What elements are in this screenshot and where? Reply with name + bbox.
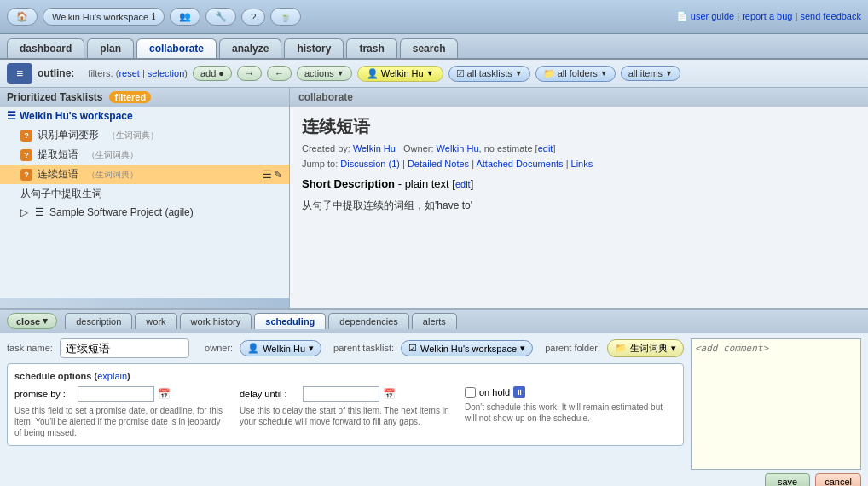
tasklist-icon: ☑ bbox=[456, 68, 465, 79]
home-icon: 🏠 bbox=[16, 11, 28, 22]
schedule-row: promise by : 📅 Use this field to set a p… bbox=[14, 386, 676, 438]
user-guide-link[interactable]: user guide bbox=[691, 11, 734, 21]
workspace-button[interactable]: Welkin Hu's workspace ℹ bbox=[43, 8, 165, 26]
cancel-button[interactable]: cancel bbox=[815, 473, 861, 486]
list-item[interactable]: ▷ ☰ Sample Software Project (agile) bbox=[0, 204, 289, 221]
outdent-button[interactable]: ← bbox=[267, 66, 292, 81]
close-button[interactable]: close ▾ bbox=[7, 313, 57, 329]
delay-until-input[interactable] bbox=[303, 386, 379, 402]
all-folders-button[interactable]: 📁 all folders ▼ bbox=[535, 66, 616, 82]
workspace-label: Welkin Hu's workspace bbox=[52, 12, 148, 22]
horizontal-scrollbar[interactable] bbox=[0, 298, 289, 308]
all-tasklists-button[interactable]: ☑ all tasklists ▼ bbox=[448, 66, 530, 82]
folder-icon: 📁 bbox=[615, 343, 627, 354]
task-name-input[interactable] bbox=[60, 338, 189, 358]
save-button[interactable]: save bbox=[765, 473, 810, 486]
dropdown-icon: ▼ bbox=[515, 69, 523, 78]
task-description: 从句子中提取连续的词组，如'have to' bbox=[302, 195, 856, 217]
indent-icon: → bbox=[245, 68, 254, 78]
profile-button[interactable]: 🍵 bbox=[270, 8, 301, 26]
folder-icon: 📁 bbox=[543, 68, 555, 79]
list-item[interactable]: ? 识别单词变形 （生词词典） bbox=[0, 125, 289, 145]
tab-history[interactable]: history bbox=[284, 38, 344, 58]
parent-folder-selector[interactable]: 📁 生词词典 ▾ bbox=[607, 339, 684, 357]
help-icon: ? bbox=[251, 12, 256, 22]
add-icon: ● bbox=[218, 68, 224, 78]
close-icon: ▾ bbox=[43, 315, 48, 327]
calendar-icon[interactable]: 📅 bbox=[383, 388, 396, 400]
left-panel-header: Prioritized Tasklists filtered bbox=[0, 88, 289, 107]
tab-scheduling[interactable]: scheduling bbox=[254, 313, 326, 329]
tab-dependencies[interactable]: dependencies bbox=[328, 313, 409, 329]
workspace-item[interactable]: ☰ Welkin Hu's workspace bbox=[0, 107, 289, 125]
list-item-selected[interactable]: ? 连续短语 （生词词典） ☰ ✎ bbox=[0, 165, 289, 184]
top-links: 📄 user guide | report a bug | send feedb… bbox=[676, 11, 861, 22]
tab-trash[interactable]: trash bbox=[346, 38, 396, 58]
created-by-label: Created by: bbox=[302, 143, 350, 153]
discussion-link[interactable]: Discussion (1) bbox=[340, 159, 400, 169]
tab-description[interactable]: description bbox=[65, 313, 132, 329]
tab-plan[interactable]: plan bbox=[87, 38, 134, 58]
dropdown-icon: ▼ bbox=[337, 69, 344, 78]
on-hold-checkbox[interactable] bbox=[465, 387, 476, 398]
left-panel-scroll[interactable]: ☰ Welkin Hu's workspace ? 识别单词变形 （生词词典） … bbox=[0, 107, 289, 298]
send-feedback-link[interactable]: send feedback bbox=[800, 11, 861, 21]
parent-tasklist-selector[interactable]: ☑ Welkin Hu's workspace ▾ bbox=[401, 340, 533, 356]
short-description: Short Description - plain text [edit] bbox=[302, 177, 856, 190]
attached-docs-link[interactable]: Attached Documents bbox=[476, 159, 563, 169]
all-items-button[interactable]: all items ▼ bbox=[621, 66, 680, 81]
users-button[interactable]: 👥 bbox=[170, 8, 200, 26]
indent-button[interactable]: → bbox=[237, 66, 262, 81]
calendar-icon[interactable]: 📅 bbox=[158, 388, 171, 400]
selection-link[interactable]: selection bbox=[148, 68, 184, 78]
parent-folder-label: parent folder: bbox=[545, 343, 600, 353]
tasklist-icon: ☑ bbox=[408, 343, 417, 354]
report-bug-link[interactable]: report a bug bbox=[742, 11, 792, 21]
owner-link[interactable]: Welkin Hu bbox=[437, 143, 479, 153]
owner-label: owner: bbox=[205, 343, 233, 353]
actions-button[interactable]: actions ▼ bbox=[297, 66, 352, 81]
tab-alerts[interactable]: alerts bbox=[412, 313, 457, 329]
home-button[interactable]: 🏠 bbox=[7, 8, 38, 26]
reset-link[interactable]: reset bbox=[119, 68, 139, 78]
tab-analyze[interactable]: analyze bbox=[219, 38, 281, 58]
right-panel-content: 连续短语 Created by: Welkin Hu Owner: Welkin… bbox=[290, 107, 868, 308]
expand-icon[interactable]: ▷ bbox=[20, 206, 28, 218]
owner-selector[interactable]: 👤 Welkin Hu ▾ bbox=[240, 340, 321, 356]
list-item[interactable]: 从句子中提取生词 bbox=[0, 184, 289, 204]
owner-label: Owner: bbox=[403, 143, 433, 153]
owner-icon: 👤 bbox=[247, 343, 259, 354]
tab-work-history[interactable]: work history bbox=[180, 313, 252, 329]
dropdown-icon: ▾ bbox=[520, 343, 525, 354]
links-link[interactable]: Links bbox=[571, 159, 593, 169]
tab-dashboard[interactable]: dashboard bbox=[7, 38, 84, 58]
comment-box: save cancel bbox=[691, 338, 861, 486]
user-filter-button[interactable]: 👤 Welkin Hu ▼ bbox=[357, 66, 443, 82]
settings-button[interactable]: 🔧 bbox=[205, 8, 236, 26]
tab-work[interactable]: work bbox=[135, 313, 176, 329]
promise-by-label: promise by : bbox=[14, 389, 74, 399]
task-edit-icon[interactable]: ✎ bbox=[274, 169, 282, 181]
help-button[interactable]: ? bbox=[241, 9, 265, 26]
edit-desc-link[interactable]: edit bbox=[455, 179, 471, 189]
list-item[interactable]: ? 提取短语 （生词词典） bbox=[0, 145, 289, 165]
detailed-notes-link[interactable]: Detailed Notes bbox=[408, 159, 469, 169]
parent-tasklist-label: parent tasklist: bbox=[333, 343, 394, 353]
task-action-icon[interactable]: ☰ bbox=[263, 169, 272, 181]
short-desc-label: Short Description bbox=[302, 177, 395, 190]
right-panel-header: collaborate bbox=[290, 88, 868, 107]
add-button[interactable]: add ● bbox=[193, 66, 232, 81]
task-dot: ? bbox=[20, 149, 32, 161]
comment-textarea[interactable] bbox=[691, 338, 861, 470]
tab-collaborate[interactable]: collaborate bbox=[136, 38, 217, 58]
task-action-icons: ☰ ✎ bbox=[263, 169, 282, 181]
creator-link[interactable]: Welkin Hu bbox=[353, 143, 396, 153]
tab-search[interactable]: search bbox=[400, 38, 459, 58]
explain-link[interactable]: explain bbox=[97, 371, 127, 381]
filtered-badge: filtered bbox=[109, 91, 151, 103]
on-hold-label: on hold bbox=[479, 387, 510, 397]
outline-icon[interactable]: ≡ bbox=[7, 63, 32, 84]
edit-meta-link[interactable]: edit bbox=[538, 143, 553, 153]
delay-until-col: delay until : 📅 Use this to delay the st… bbox=[240, 386, 451, 427]
promise-by-input[interactable] bbox=[78, 386, 154, 402]
